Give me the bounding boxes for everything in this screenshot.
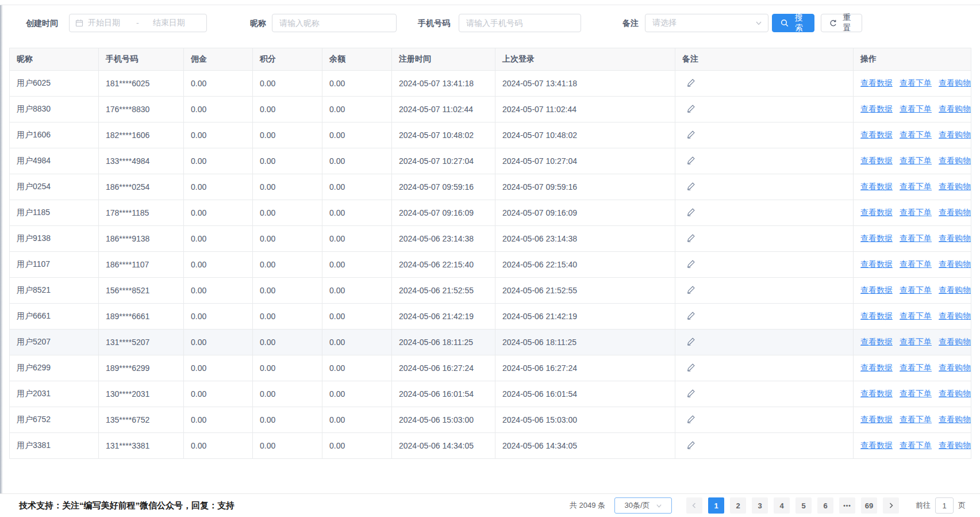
page-button[interactable]: 3 — [752, 497, 768, 514]
page-button[interactable]: 4 — [774, 497, 790, 514]
prev-page-button[interactable] — [686, 497, 702, 514]
page-button[interactable]: 2 — [730, 497, 746, 514]
view-data-link[interactable]: 查看数据 — [860, 259, 893, 269]
edit-remark-icon[interactable] — [687, 130, 695, 139]
view-data-link[interactable]: 查看数据 — [860, 182, 893, 191]
view-cart-link[interactable]: 查看购物车 — [939, 285, 971, 294]
view-data-link[interactable]: 查看数据 — [860, 337, 893, 346]
reset-button[interactable]: 重置 — [821, 14, 862, 32]
edit-remark-icon[interactable] — [687, 182, 695, 190]
view-cart-link[interactable]: 查看购物车 — [939, 259, 971, 269]
view-orders-link[interactable]: 查看下单 — [900, 337, 932, 346]
view-cart-link[interactable]: 查看购物车 — [939, 337, 971, 346]
view-data-link[interactable]: 查看数据 — [860, 415, 893, 424]
create-time-label: 创建时间 — [26, 14, 58, 32]
view-orders-link[interactable]: 查看下单 — [900, 208, 932, 217]
actions-cell: 查看数据查看下单查看购物车 — [854, 226, 971, 252]
view-orders-link[interactable]: 查看下单 — [900, 311, 932, 320]
view-cart-link[interactable]: 查看购物车 — [939, 363, 971, 372]
page-button[interactable]: 5 — [795, 497, 812, 514]
end-date-placeholder[interactable]: 结束日期 — [153, 18, 197, 28]
more-pages-button[interactable]: ••• — [839, 497, 855, 514]
cell-points: 0.00 — [253, 71, 322, 97]
view-orders-link[interactable]: 查看下单 — [900, 285, 932, 294]
view-orders-link[interactable]: 查看下单 — [900, 415, 932, 424]
view-data-link[interactable]: 查看数据 — [860, 389, 893, 398]
edit-remark-icon[interactable] — [687, 156, 695, 164]
search-button[interactable]: 搜索 — [772, 14, 814, 32]
column-header: 注册时间 — [392, 48, 495, 71]
nickname-input[interactable] — [272, 14, 397, 32]
view-data-link[interactable]: 查看数据 — [860, 363, 893, 372]
edit-remark-icon[interactable] — [687, 78, 695, 87]
edit-remark-icon[interactable] — [687, 208, 695, 216]
page-button[interactable]: 69 — [861, 497, 877, 514]
view-orders-link[interactable]: 查看下单 — [900, 389, 932, 398]
edit-remark-icon[interactable] — [687, 285, 695, 294]
page-button[interactable]: 1 — [708, 497, 724, 514]
view-cart-link[interactable]: 查看购物车 — [939, 389, 971, 398]
edit-remark-icon[interactable] — [687, 311, 695, 320]
start-date-placeholder[interactable]: 开始日期 — [88, 18, 132, 28]
table-row: 用户4984133****49840.000.000.002024-05-07 … — [10, 148, 971, 174]
view-data-link[interactable]: 查看数据 — [860, 285, 893, 294]
view-cart-link[interactable]: 查看购物车 — [939, 233, 971, 243]
view-orders-link[interactable]: 查看下单 — [900, 441, 932, 450]
goto-page-input[interactable] — [935, 497, 954, 514]
phone-input[interactable] — [459, 14, 581, 32]
edit-remark-icon[interactable] — [687, 415, 695, 423]
cell-balance: 0.00 — [322, 278, 392, 304]
view-cart-link[interactable]: 查看购物车 — [939, 441, 971, 450]
remark-label: 备注 — [622, 14, 639, 32]
view-cart-link[interactable]: 查看购物车 — [939, 208, 971, 217]
edit-remark-icon[interactable] — [687, 363, 695, 372]
view-data-link[interactable]: 查看数据 — [860, 208, 893, 217]
view-cart-link[interactable]: 查看购物车 — [939, 311, 971, 320]
view-data-link[interactable]: 查看数据 — [860, 233, 893, 243]
edit-remark-icon[interactable] — [687, 104, 695, 113]
refresh-icon — [829, 20, 837, 27]
view-cart-link[interactable]: 查看购物车 — [939, 156, 971, 165]
edit-remark-icon[interactable] — [687, 259, 695, 268]
view-orders-link[interactable]: 查看下单 — [900, 130, 932, 139]
view-data-link[interactable]: 查看数据 — [860, 104, 893, 113]
view-orders-link[interactable]: 查看下单 — [900, 259, 932, 269]
page-size-select[interactable]: 30条/页 — [614, 497, 672, 514]
cell-balance: 0.00 — [322, 330, 392, 355]
view-orders-link[interactable]: 查看下单 — [900, 156, 932, 165]
cell-commission: 0.00 — [184, 278, 253, 304]
cell-nickname: 用户4984 — [10, 148, 99, 174]
remark-cell — [675, 174, 854, 200]
view-cart-link[interactable]: 查看购物车 — [939, 130, 971, 139]
next-page-button[interactable] — [883, 497, 899, 514]
view-orders-link[interactable]: 查看下单 — [900, 233, 932, 243]
page-button[interactable]: 6 — [817, 497, 833, 514]
view-data-link[interactable]: 查看数据 — [860, 441, 893, 450]
remark-cell — [675, 71, 854, 97]
view-cart-link[interactable]: 查看购物车 — [939, 78, 971, 87]
table-row: 用户0254186****02540.000.000.002024-05-07 … — [10, 174, 971, 200]
edit-remark-icon[interactable] — [687, 233, 695, 242]
cell-balance: 0.00 — [322, 433, 392, 459]
view-orders-link[interactable]: 查看下单 — [900, 182, 932, 191]
edit-remark-icon[interactable] — [687, 389, 695, 397]
view-orders-link[interactable]: 查看下单 — [900, 363, 932, 372]
reset-button-label: 重置 — [840, 13, 854, 33]
phone-label: 手机号码 — [418, 14, 450, 32]
view-data-link[interactable]: 查看数据 — [860, 156, 893, 165]
cell-register-time: 2024-05-07 13:41:18 — [392, 71, 495, 97]
date-range-picker[interactable]: 开始日期 - 结束日期 — [69, 14, 207, 32]
edit-remark-icon[interactable] — [687, 441, 695, 449]
view-cart-link[interactable]: 查看购物车 — [939, 104, 971, 113]
view-orders-link[interactable]: 查看下单 — [900, 104, 932, 113]
view-data-link[interactable]: 查看数据 — [860, 78, 893, 87]
view-cart-link[interactable]: 查看购物车 — [939, 415, 971, 424]
cell-last-login: 2024-05-06 21:52:55 — [495, 278, 675, 304]
remark-cell — [675, 355, 854, 381]
view-cart-link[interactable]: 查看购物车 — [939, 182, 971, 191]
view-data-link[interactable]: 查看数据 — [860, 130, 893, 139]
edit-remark-icon[interactable] — [687, 337, 695, 346]
view-data-link[interactable]: 查看数据 — [860, 311, 893, 320]
view-orders-link[interactable]: 查看下单 — [900, 78, 932, 87]
remark-select[interactable]: 请选择 — [645, 14, 768, 32]
